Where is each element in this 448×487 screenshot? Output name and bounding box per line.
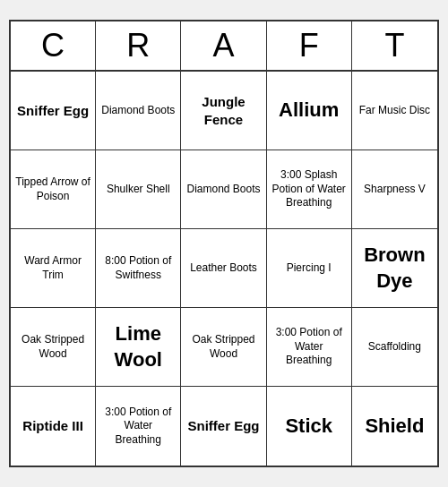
cell-text: 3:00 Potion of Water Breathing [271, 326, 348, 368]
cell-text: 8:00 Potion of Switfness [99, 254, 177, 282]
bingo-cell: Oak Stripped Wood [11, 308, 96, 387]
header-letter: C [11, 21, 96, 70]
bingo-cell: Lime Wool [96, 308, 181, 387]
bingo-cell: Riptide III [11, 387, 96, 466]
header-letter: T [352, 21, 437, 70]
bingo-cell: Leather Boots [181, 229, 266, 308]
bingo-cell: Sniffer Egg [181, 387, 266, 466]
bingo-cell: 8:00 Potion of Switfness [96, 229, 181, 308]
bingo-cell: Allium [267, 72, 352, 150]
cell-text: Leather Boots [190, 261, 257, 276]
header-letter: F [267, 21, 352, 70]
cell-text: Shield [365, 414, 424, 440]
cell-text: Shulker Shell [107, 183, 170, 197]
cell-text: Oak Stripped Wood [14, 333, 91, 361]
bingo-cell: Tipped Arrow of Poison [11, 150, 96, 229]
cell-text: Sharpness V [364, 183, 426, 197]
bingo-cell: Shield [352, 387, 437, 466]
bingo-cell: 3:00 Potion of Water Breathing [267, 308, 352, 387]
bingo-cell: Scaffolding [352, 308, 437, 387]
bingo-cell: Sniffer Egg [11, 72, 96, 150]
bingo-cell: Piercing I [267, 229, 352, 308]
bingo-cell: Far Music Disc [352, 72, 437, 150]
cell-text: Sniffer Egg [187, 417, 259, 435]
cell-text: Far Music Disc [359, 104, 430, 118]
bingo-cell: Stick [267, 387, 352, 466]
bingo-cell: Jungle Fence [181, 72, 266, 150]
cell-text: Diamond Boots [101, 104, 175, 118]
cell-text: Jungle Fence [185, 93, 262, 128]
cell-text: Stick [285, 414, 332, 440]
bingo-header: CRAFT [11, 21, 437, 72]
bingo-cell: Ward Armor Trim [11, 229, 96, 308]
cell-text: Scaffolding [368, 340, 421, 355]
cell-text: Brown Dye [356, 243, 434, 294]
cell-text: Diamond Boots [186, 183, 260, 197]
header-letter: A [181, 21, 266, 70]
cell-text: Allium [279, 98, 339, 124]
bingo-cell: Diamond Boots [96, 72, 181, 150]
bingo-grid: Sniffer EggDiamond BootsJungle FenceAlli… [11, 72, 437, 466]
bingo-cell: 3:00 Potion of Water Breathing [96, 387, 181, 466]
cell-text: Oak Stripped Wood [185, 333, 262, 361]
bingo-cell: Oak Stripped Wood [181, 308, 266, 387]
cell-text: Sniffer Egg [17, 102, 89, 120]
cell-text: Riptide III [22, 417, 83, 435]
cell-text: Piercing I [287, 261, 332, 276]
bingo-cell: 3:00 Splash Potion of Water Breathing [267, 150, 352, 229]
cell-text: Lime Wool [99, 321, 177, 372]
cell-text: Ward Armor Trim [14, 254, 91, 282]
cell-text: 3:00 Potion of Water Breathing [99, 406, 177, 448]
bingo-cell: Sharpness V [352, 150, 437, 229]
bingo-cell: Brown Dye [352, 229, 437, 308]
cell-text: Tipped Arrow of Poison [14, 175, 91, 203]
header-letter: R [96, 21, 181, 70]
bingo-cell: Diamond Boots [181, 150, 266, 229]
cell-text: 3:00 Splash Potion of Water Breathing [271, 168, 348, 210]
bingo-card: CRAFT Sniffer EggDiamond BootsJungle Fen… [9, 20, 439, 467]
bingo-cell: Shulker Shell [96, 150, 181, 229]
